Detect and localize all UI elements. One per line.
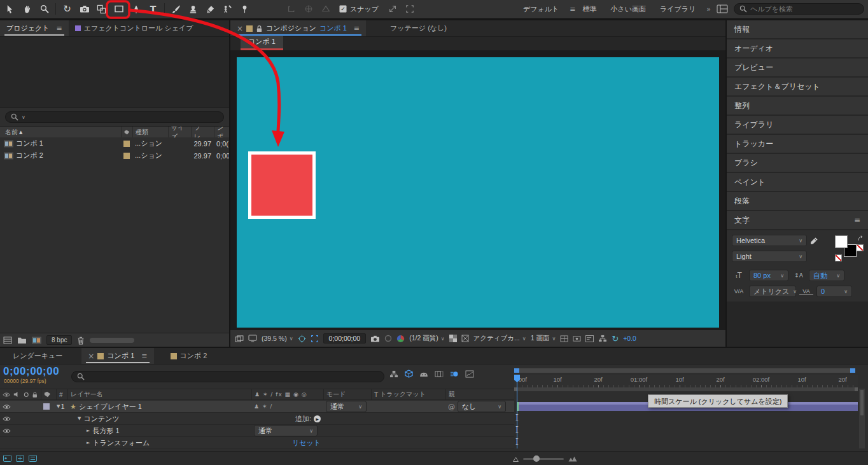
flowchart-button-icon[interactable]	[598, 335, 607, 342]
panel-info[interactable]: 情報	[727, 20, 868, 38]
render-queue-tab[interactable]: レンダーキュー	[0, 348, 69, 364]
zoom-in-mountains-icon[interactable]	[568, 456, 577, 462]
column-size[interactable]: サイズ	[168, 127, 191, 137]
effect-controls-tab[interactable]: エフェクトコントロール シェイプ	[69, 20, 200, 36]
panel-character[interactable]: 文字 ≡	[727, 211, 868, 229]
kerning-dropdown[interactable]: メトリクス ∨	[749, 286, 796, 297]
roto-brush-tool-button[interactable]	[219, 1, 236, 17]
snapshot-camera-icon[interactable]	[370, 335, 380, 343]
timeline-navigator-bar[interactable]	[514, 368, 855, 373]
current-time-display[interactable]: 0;00;00;00	[3, 365, 59, 378]
panel-align[interactable]: 整列	[727, 97, 868, 115]
panel-audio[interactable]: オーディオ	[727, 39, 868, 57]
panel-menu-icon[interactable]: ≡	[854, 216, 860, 225]
transparency-grid-icon[interactable]	[449, 335, 457, 342]
track-matte-column-header[interactable]: T トラックマット	[371, 389, 445, 399]
add-shape-button[interactable]: ▶	[314, 415, 321, 422]
region-of-interest-icon[interactable]	[311, 335, 319, 343]
panel-paragraph[interactable]: 段落	[727, 192, 868, 210]
world-axis-mode-button[interactable]	[300, 1, 317, 17]
panel-menu-icon[interactable]: ≡	[57, 24, 62, 32]
panel-paint[interactable]: ペイント	[727, 173, 868, 191]
timeline-vertical-scrollbar[interactable]	[859, 389, 865, 448]
composition-canvas[interactable]	[237, 57, 719, 328]
expand-layer-switches-icon[interactable]	[3, 455, 11, 462]
pan-behind-tool-button[interactable]	[93, 1, 110, 17]
eye-icon[interactable]	[3, 404, 11, 410]
label-color-chip[interactable]	[123, 153, 130, 159]
expand-arrow-icon[interactable]: ▼	[57, 404, 60, 409]
show-snapshot-icon[interactable]	[384, 335, 392, 342]
panel-menu-icon[interactable]: ≡	[354, 24, 360, 32]
font-family-dropdown[interactable]: Helvetica ∨	[732, 235, 807, 246]
draft-3d-icon[interactable]	[405, 370, 413, 378]
display-icon[interactable]	[248, 335, 257, 342]
puppet-pin-tool-button[interactable]	[236, 1, 253, 17]
show-channel-icon[interactable]	[396, 335, 405, 343]
no-stroke-button[interactable]	[835, 254, 842, 261]
panel-preview[interactable]: プレビュー	[727, 59, 868, 76]
playhead-line[interactable]	[517, 375, 517, 448]
layer-row-shape-layer[interactable]: ▼ 1 ★ シェイプレイヤー 1 ♟ ✶ / 通常 ∨ @ なし ∨	[0, 401, 514, 413]
expand-transfer-controls-icon[interactable]	[16, 455, 24, 462]
column-framerate[interactable]: フレ...	[191, 127, 214, 137]
help-search-input[interactable]	[750, 5, 846, 13]
camera-tool-button[interactable]	[76, 1, 93, 17]
pixel-aspect-icon[interactable]	[573, 335, 581, 342]
navigator-end-handle[interactable]	[850, 368, 855, 373]
column-name[interactable]: 名前 ▲	[0, 127, 121, 137]
parent-dropdown[interactable]: なし ∨	[458, 401, 506, 412]
panel-library[interactable]: ライブラリ	[727, 116, 868, 134]
tracking-dropdown[interactable]: 0 ∨	[816, 286, 852, 297]
snap-checkbox[interactable]: ✓	[339, 5, 347, 13]
blend-mode-dropdown[interactable]: 通常 ∨	[326, 401, 367, 412]
layer-name-column-header[interactable]: レイヤー名	[67, 389, 251, 399]
local-axis-mode-button[interactable]	[283, 1, 300, 17]
rectangle-blend-mode-dropdown[interactable]: 通常 ∨	[254, 425, 318, 436]
graph-editor-icon[interactable]	[465, 370, 474, 378]
grid-guide-options-icon[interactable]	[298, 335, 306, 343]
timeline-search[interactable]	[71, 371, 384, 382]
transform-reset-button[interactable]: リセット	[292, 438, 321, 448]
zoom-out-mountain-icon[interactable]	[513, 457, 519, 462]
type-tool-button[interactable]: T	[144, 1, 162, 17]
horizontal-scrollbar[interactable]	[90, 338, 134, 343]
time-ruler[interactable]: :00f 10f 20f 01:00f 10f 20f 02:00f 10f 2…	[514, 375, 858, 389]
label-column-header[interactable]	[41, 389, 56, 399]
frame-blending-icon[interactable]	[435, 370, 444, 378]
project-item-comp2[interactable]: コンポ 2 ...ション 29.97 0;00	[0, 149, 229, 162]
mask-visibility-icon[interactable]	[461, 335, 469, 342]
collapse-arrow-icon[interactable]: ►	[87, 440, 90, 445]
property-row-transform[interactable]: ► トランスフォーム リセット	[0, 437, 514, 449]
mask-boundary-button[interactable]	[401, 1, 418, 17]
parent-column-header[interactable]: 親	[445, 389, 514, 399]
work-area-end-handle[interactable]	[855, 387, 858, 391]
reset-exposure-icon[interactable]: ↻	[612, 334, 619, 344]
view-layout-dropdown[interactable]: 1 画面 ∨	[531, 334, 556, 343]
project-tab[interactable]: プロジェクト ≡	[0, 20, 69, 36]
clone-stamp-tool-button[interactable]	[185, 1, 202, 17]
swap-fill-stroke-icon[interactable]	[857, 235, 864, 242]
column-inpoint[interactable]: インポイ	[214, 127, 229, 137]
lock-icon[interactable]	[256, 25, 263, 32]
exposure-value[interactable]: +0.0	[623, 335, 636, 342]
timeline-track-area[interactable]: :00f 10f 20f 01:00f 10f 20f 02:00f 10f 2…	[514, 367, 858, 448]
tab-overflow-icon[interactable]: »	[214, 20, 229, 36]
multi-view-icon[interactable]	[235, 335, 244, 342]
new-folder-icon[interactable]	[17, 337, 27, 344]
brush-tool-button[interactable]	[167, 1, 185, 17]
layer-name[interactable]: シェイプレイヤー 1	[79, 402, 142, 412]
timeline-comp2-tab[interactable]: コンポ 2	[164, 348, 214, 364]
view-axis-mode-button[interactable]	[317, 1, 334, 17]
switches-column-header[interactable]: ♟ ✶ / fx ▦ ◉ ◎	[251, 389, 323, 399]
leading-dropdown[interactable]: 自動 ∨	[809, 270, 844, 281]
selection-tool-button[interactable]	[1, 1, 18, 17]
property-row-contents[interactable]: ▼ コンテンツ 追加: ▶	[0, 413, 514, 425]
rectangle-tool-button[interactable]	[110, 1, 127, 17]
layer-switches[interactable]: ♟ ✶ /	[254, 403, 272, 410]
panel-menu-icon[interactable]: ≡	[141, 352, 147, 360]
panel-tracker[interactable]: トラッカー	[727, 135, 868, 153]
close-icon[interactable]: ×	[237, 24, 243, 33]
resolution-dropdown[interactable]: (1/2 画質) ∨	[409, 334, 444, 343]
workspace-standard[interactable]: 標準	[575, 4, 603, 14]
